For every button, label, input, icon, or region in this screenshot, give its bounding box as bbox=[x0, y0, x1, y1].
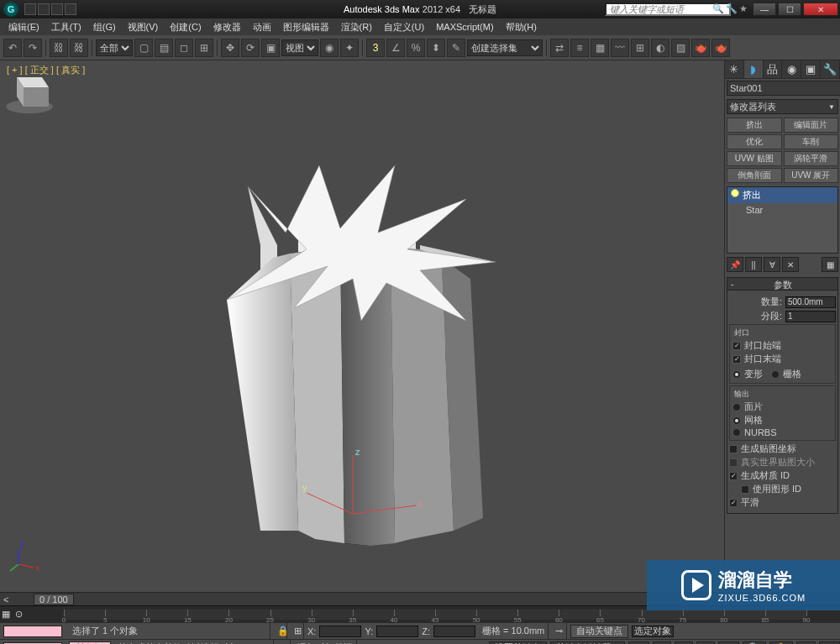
display-tab[interactable]: ▣ bbox=[801, 60, 821, 78]
stack-item-extrude[interactable]: 挤出 bbox=[727, 187, 837, 203]
mod-set-uvwunwrap[interactable]: UVW 展开 bbox=[784, 168, 839, 183]
spinner-snap-button[interactable]: ⬍ bbox=[427, 39, 445, 57]
align-button[interactable]: ≡ bbox=[570, 39, 589, 57]
lock-icon[interactable]: 🔒 bbox=[274, 623, 287, 639]
time-ruler[interactable]: 051015202530354045505560657075808590 bbox=[64, 610, 806, 620]
menu-group[interactable]: 组(G) bbox=[88, 19, 121, 35]
rotate-button[interactable]: ⟳ bbox=[241, 39, 260, 57]
menu-create[interactable]: 创建(C) bbox=[165, 19, 206, 35]
pivot-button[interactable]: ◉ bbox=[320, 39, 339, 57]
nav-pan-icon[interactable]: ✋ bbox=[769, 641, 793, 645]
cap-end-checkbox[interactable]: 封口末端 bbox=[732, 353, 832, 365]
show-end-button[interactable]: || bbox=[745, 257, 762, 272]
viewcube[interactable] bbox=[0, 60, 59, 119]
editor-button[interactable]: ✎ bbox=[447, 39, 465, 57]
stack-item-star[interactable]: Star bbox=[727, 203, 837, 217]
unlink-button[interactable]: ⛓̷ bbox=[70, 39, 88, 57]
modifier-stack[interactable]: 挤出 Star bbox=[727, 186, 838, 254]
mesh-radio[interactable]: 网格 bbox=[732, 414, 832, 427]
key-icon[interactable]: ⊸ bbox=[552, 623, 567, 639]
trackbar-keys-icon[interactable]: ⊙ bbox=[15, 609, 27, 620]
close-button[interactable]: ✕ bbox=[803, 3, 838, 16]
qa-undo-icon[interactable] bbox=[51, 3, 63, 15]
trackbar-toggle-icon[interactable]: ▦ bbox=[2, 609, 13, 620]
mod-set-extrude[interactable]: 挤出 bbox=[727, 118, 782, 133]
nav-orbit-icon[interactable]: ⟲ bbox=[796, 641, 816, 645]
remove-mod-button[interactable]: ✕ bbox=[782, 257, 799, 272]
render-frame-button[interactable]: 🫖 bbox=[691, 39, 710, 57]
autokey-button[interactable]: 自动关键点 bbox=[570, 625, 628, 638]
redo-button[interactable]: ↷ bbox=[24, 39, 42, 57]
scale-button[interactable]: ▣ bbox=[261, 39, 280, 57]
binoculars-icon[interactable]: 🔍 bbox=[712, 3, 724, 15]
menu-help[interactable]: 帮助(H) bbox=[501, 19, 542, 35]
nav-zoom-icon[interactable]: 🔍 bbox=[743, 641, 766, 645]
segments-spinner[interactable]: ▲▼ bbox=[785, 311, 836, 322]
modify-tab[interactable]: ◗ bbox=[744, 60, 764, 78]
modifier-list-dropdown[interactable]: 修改器列表 bbox=[727, 99, 838, 114]
utilities-tab[interactable]: 🔧 bbox=[821, 60, 840, 78]
nav-max-icon[interactable]: ⛶ bbox=[819, 641, 840, 645]
snap-toggle-button[interactable]: 3 bbox=[366, 39, 385, 57]
menu-customize[interactable]: 自定义(U) bbox=[379, 19, 429, 35]
move-button[interactable]: ✥ bbox=[221, 39, 239, 57]
mod-set-editpatch[interactable]: 编辑面片 bbox=[784, 118, 839, 133]
genmap-checkbox[interactable]: 生成贴图坐标 bbox=[729, 442, 836, 455]
setkey-button[interactable]: 设置关键点 bbox=[489, 641, 547, 645]
menu-edit[interactable]: 编辑(E) bbox=[3, 19, 45, 35]
selset-field[interactable] bbox=[632, 626, 674, 637]
patch-radio[interactable]: 面片 bbox=[732, 401, 832, 413]
minitrack-1[interactable] bbox=[3, 626, 62, 637]
selection-filter-dropdown[interactable]: 全部 bbox=[96, 39, 133, 56]
maximize-button[interactable]: ☐ bbox=[778, 3, 801, 16]
menu-animation[interactable]: 动画 bbox=[248, 19, 276, 35]
menu-tools[interactable]: 工具(T) bbox=[46, 19, 87, 35]
select-object-button[interactable]: ▢ bbox=[134, 39, 153, 57]
coords-icon[interactable]: ⊞ bbox=[291, 623, 304, 639]
menu-views[interactable]: 视图(V) bbox=[123, 19, 164, 35]
amount-spinner[interactable]: ▲▼ bbox=[785, 296, 836, 308]
manipulate-button[interactable]: ✦ bbox=[340, 39, 359, 57]
mod-set-turbosmooth[interactable]: 涡轮平滑 bbox=[784, 151, 839, 166]
named-sel-set-dropdown[interactable]: 创建选择集 bbox=[467, 39, 543, 56]
menu-maxscript[interactable]: MAXScript(M) bbox=[431, 20, 498, 34]
configure-sets-button[interactable]: ▦ bbox=[822, 257, 838, 272]
menu-grapheditors[interactable]: 图形编辑器 bbox=[278, 19, 334, 35]
z-input[interactable] bbox=[433, 626, 475, 637]
refcoord-dropdown[interactable]: 视图 bbox=[281, 39, 318, 56]
menu-modifiers[interactable]: 修改器 bbox=[208, 19, 246, 35]
link-button[interactable]: ⛓ bbox=[50, 39, 68, 57]
layers-button[interactable]: ▦ bbox=[591, 39, 609, 57]
genmat-checkbox[interactable]: 生成材质 ID bbox=[729, 469, 836, 482]
app-logo-icon[interactable]: G bbox=[3, 2, 18, 17]
play-start-button[interactable]: ⏮ bbox=[628, 641, 649, 645]
render-button[interactable]: 🫖 bbox=[711, 39, 730, 57]
mod-set-optimize[interactable]: 优化 bbox=[727, 134, 782, 149]
window-crossing-button[interactable]: ⊞ bbox=[195, 39, 213, 57]
mirror-button[interactable]: ⇄ bbox=[550, 39, 569, 57]
select-name-button[interactable]: ▤ bbox=[155, 39, 173, 57]
create-tab[interactable]: ✳ bbox=[725, 60, 744, 78]
angle-snap-button[interactable]: ∠ bbox=[386, 39, 405, 57]
key-filters-button[interactable]: 关键点过滤器... bbox=[550, 641, 625, 645]
percent-snap-button[interactable]: % bbox=[407, 39, 425, 57]
bulb-icon[interactable] bbox=[731, 189, 739, 197]
star-icon[interactable]: ★ bbox=[739, 3, 751, 15]
hierarchy-tab[interactable]: 品 bbox=[764, 60, 783, 78]
script-icon[interactable]: ▣ bbox=[277, 640, 291, 644]
viewport[interactable]: [ + ] [ 正交 ] [ 真实 ] bbox=[0, 60, 724, 592]
select-rect-button[interactable]: ◻ bbox=[175, 39, 193, 57]
params-rollout-header[interactable]: -参数 bbox=[727, 277, 838, 291]
play-button[interactable]: ▶ bbox=[675, 641, 693, 645]
row-label-button[interactable]: 所在行: bbox=[69, 641, 111, 645]
schematic-button[interactable]: ⊞ bbox=[631, 39, 649, 57]
qa-save-icon[interactable] bbox=[38, 3, 50, 15]
pin-stack-button[interactable]: 📌 bbox=[727, 257, 743, 272]
useshape-checkbox[interactable]: 使用图形 ID bbox=[741, 483, 836, 495]
qa-redo-icon[interactable] bbox=[65, 3, 76, 15]
time-thumb[interactable]: 0 / 100 bbox=[34, 594, 74, 605]
cap-start-checkbox[interactable]: 封口始端 bbox=[732, 339, 832, 352]
smooth-checkbox[interactable]: 平滑 bbox=[729, 496, 836, 509]
mod-set-lathe[interactable]: 车削 bbox=[784, 134, 839, 149]
qa-open-icon[interactable] bbox=[24, 3, 36, 15]
